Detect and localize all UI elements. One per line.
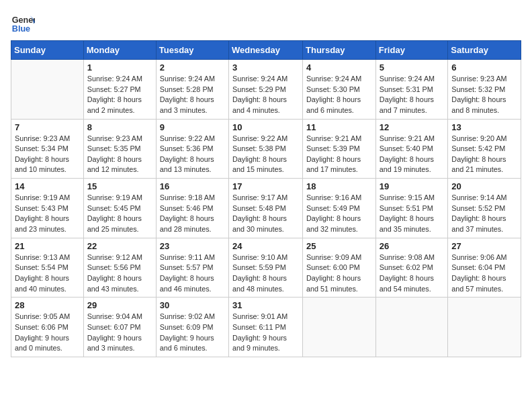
day-number: 12 xyxy=(380,122,445,132)
day-number: 30 xyxy=(160,300,225,310)
day-number: 5 xyxy=(380,62,445,73)
logo: General Blue xyxy=(11,11,38,35)
day-number: 26 xyxy=(380,241,445,251)
day-number: 1 xyxy=(87,62,152,73)
day-number: 23 xyxy=(160,241,225,251)
week-row-3: 14Sunrise: 9:19 AMSunset: 5:43 PMDayligh… xyxy=(11,179,521,238)
calendar-cell: 13Sunrise: 9:20 AMSunset: 5:42 PMDayligh… xyxy=(448,119,521,179)
day-number: 7 xyxy=(15,122,80,132)
day-number: 21 xyxy=(15,241,80,251)
calendar-cell: 18Sunrise: 9:16 AMSunset: 5:49 PMDayligh… xyxy=(303,179,376,238)
day-number: 13 xyxy=(451,122,517,132)
day-number: 4 xyxy=(306,62,372,73)
calendar-cell: 24Sunrise: 9:10 AMSunset: 5:59 PMDayligh… xyxy=(228,238,302,298)
week-row-5: 28Sunrise: 9:05 AMSunset: 6:06 PMDayligh… xyxy=(11,298,521,357)
day-info: Sunrise: 9:09 AMSunset: 6:00 PMDaylight:… xyxy=(306,253,372,295)
calendar-cell xyxy=(375,298,448,357)
calendar-cell: 2Sunrise: 9:24 AMSunset: 5:28 PMDaylight… xyxy=(156,60,228,120)
week-row-1: 1Sunrise: 9:24 AMSunset: 5:27 PMDaylight… xyxy=(11,60,521,120)
calendar-cell: 17Sunrise: 9:17 AMSunset: 5:48 PMDayligh… xyxy=(228,179,302,238)
calendar-cell: 8Sunrise: 9:23 AMSunset: 5:35 PMDaylight… xyxy=(83,119,156,179)
day-number: 10 xyxy=(232,122,299,132)
calendar-cell: 16Sunrise: 9:18 AMSunset: 5:46 PMDayligh… xyxy=(156,179,228,238)
calendar-cell: 5Sunrise: 9:24 AMSunset: 5:31 PMDaylight… xyxy=(375,60,448,120)
day-info: Sunrise: 9:04 AMSunset: 6:07 PMDaylight:… xyxy=(87,312,152,354)
day-number: 20 xyxy=(451,181,517,191)
calendar-cell: 23Sunrise: 9:11 AMSunset: 5:57 PMDayligh… xyxy=(156,238,228,298)
logo-icon: General Blue xyxy=(11,11,35,35)
day-info: Sunrise: 9:21 AMSunset: 5:40 PMDaylight:… xyxy=(380,134,445,176)
calendar-cell: 14Sunrise: 9:19 AMSunset: 5:43 PMDayligh… xyxy=(11,179,84,238)
day-number: 17 xyxy=(232,181,299,191)
day-info: Sunrise: 9:08 AMSunset: 6:02 PMDaylight:… xyxy=(380,253,445,295)
calendar-cell: 11Sunrise: 9:21 AMSunset: 5:39 PMDayligh… xyxy=(303,119,376,179)
day-number: 15 xyxy=(87,181,152,191)
day-number: 6 xyxy=(451,62,517,73)
day-number: 9 xyxy=(160,122,225,132)
day-info: Sunrise: 9:23 AMSunset: 5:34 PMDaylight:… xyxy=(15,134,80,176)
calendar-cell: 20Sunrise: 9:14 AMSunset: 5:52 PMDayligh… xyxy=(448,179,521,238)
day-info: Sunrise: 9:24 AMSunset: 5:28 PMDaylight:… xyxy=(160,74,225,116)
calendar-cell: 12Sunrise: 9:21 AMSunset: 5:40 PMDayligh… xyxy=(375,119,448,179)
day-number: 2 xyxy=(160,62,225,73)
calendar-cell: 25Sunrise: 9:09 AMSunset: 6:00 PMDayligh… xyxy=(303,238,376,298)
weekday-header-thursday: Thursday xyxy=(303,41,376,60)
day-number: 24 xyxy=(232,241,299,251)
calendar-cell: 3Sunrise: 9:24 AMSunset: 5:29 PMDaylight… xyxy=(228,60,302,120)
svg-text:Blue: Blue xyxy=(12,24,30,34)
calendar-cell xyxy=(11,60,84,120)
day-info: Sunrise: 9:13 AMSunset: 5:54 PMDaylight:… xyxy=(15,253,80,295)
calendar-cell: 10Sunrise: 9:22 AMSunset: 5:38 PMDayligh… xyxy=(228,119,302,179)
calendar-cell: 26Sunrise: 9:08 AMSunset: 6:02 PMDayligh… xyxy=(375,238,448,298)
day-info: Sunrise: 9:05 AMSunset: 6:06 PMDaylight:… xyxy=(15,312,80,354)
calendar-cell: 27Sunrise: 9:06 AMSunset: 6:04 PMDayligh… xyxy=(448,238,521,298)
day-number: 27 xyxy=(451,241,517,251)
day-number: 25 xyxy=(306,241,372,251)
weekday-header-friday: Friday xyxy=(375,41,448,60)
day-info: Sunrise: 9:23 AMSunset: 5:32 PMDaylight:… xyxy=(451,74,517,116)
page-header: General Blue xyxy=(11,11,521,35)
day-info: Sunrise: 9:06 AMSunset: 6:04 PMDaylight:… xyxy=(451,253,517,295)
day-number: 28 xyxy=(15,300,80,310)
calendar-table: SundayMondayTuesdayWednesdayThursdayFrid… xyxy=(11,40,521,357)
day-info: Sunrise: 9:02 AMSunset: 6:09 PMDaylight:… xyxy=(160,312,225,354)
calendar-cell: 6Sunrise: 9:23 AMSunset: 5:32 PMDaylight… xyxy=(448,60,521,120)
day-info: Sunrise: 9:17 AMSunset: 5:48 PMDaylight:… xyxy=(232,193,299,235)
calendar-cell: 7Sunrise: 9:23 AMSunset: 5:34 PMDaylight… xyxy=(11,119,84,179)
calendar-cell: 4Sunrise: 9:24 AMSunset: 5:30 PMDaylight… xyxy=(303,60,376,120)
day-number: 14 xyxy=(15,181,80,191)
calendar-cell: 30Sunrise: 9:02 AMSunset: 6:09 PMDayligh… xyxy=(156,298,228,357)
calendar-cell: 9Sunrise: 9:22 AMSunset: 5:36 PMDaylight… xyxy=(156,119,228,179)
day-number: 19 xyxy=(380,181,445,191)
day-info: Sunrise: 9:14 AMSunset: 5:52 PMDaylight:… xyxy=(451,193,517,235)
day-info: Sunrise: 9:19 AMSunset: 5:43 PMDaylight:… xyxy=(15,193,80,235)
calendar-cell: 31Sunrise: 9:01 AMSunset: 6:11 PMDayligh… xyxy=(228,298,302,357)
calendar-cell: 19Sunrise: 9:15 AMSunset: 5:51 PMDayligh… xyxy=(375,179,448,238)
day-number: 31 xyxy=(232,300,299,310)
day-number: 8 xyxy=(87,122,152,132)
weekday-header-wednesday: Wednesday xyxy=(228,41,302,60)
day-info: Sunrise: 9:24 AMSunset: 5:27 PMDaylight:… xyxy=(87,74,152,116)
calendar-header: SundayMondayTuesdayWednesdayThursdayFrid… xyxy=(11,41,521,60)
day-info: Sunrise: 9:20 AMSunset: 5:42 PMDaylight:… xyxy=(451,134,517,176)
day-number: 18 xyxy=(306,181,372,191)
calendar-cell: 1Sunrise: 9:24 AMSunset: 5:27 PMDaylight… xyxy=(83,60,156,120)
weekday-header-sunday: Sunday xyxy=(11,41,84,60)
day-info: Sunrise: 9:10 AMSunset: 5:59 PMDaylight:… xyxy=(232,253,299,295)
day-info: Sunrise: 9:12 AMSunset: 5:56 PMDaylight:… xyxy=(87,253,152,295)
day-info: Sunrise: 9:01 AMSunset: 6:11 PMDaylight:… xyxy=(232,312,299,354)
day-info: Sunrise: 9:24 AMSunset: 5:29 PMDaylight:… xyxy=(232,74,299,116)
calendar-cell: 28Sunrise: 9:05 AMSunset: 6:06 PMDayligh… xyxy=(11,298,84,357)
day-info: Sunrise: 9:22 AMSunset: 5:36 PMDaylight:… xyxy=(160,134,225,176)
day-info: Sunrise: 9:16 AMSunset: 5:49 PMDaylight:… xyxy=(306,193,372,235)
weekday-header-tuesday: Tuesday xyxy=(156,41,228,60)
day-number: 16 xyxy=(160,181,225,191)
calendar-cell xyxy=(303,298,376,357)
day-info: Sunrise: 9:15 AMSunset: 5:51 PMDaylight:… xyxy=(380,193,445,235)
day-info: Sunrise: 9:21 AMSunset: 5:39 PMDaylight:… xyxy=(306,134,372,176)
day-number: 29 xyxy=(87,300,152,310)
calendar-cell: 29Sunrise: 9:04 AMSunset: 6:07 PMDayligh… xyxy=(83,298,156,357)
week-row-2: 7Sunrise: 9:23 AMSunset: 5:34 PMDaylight… xyxy=(11,119,521,179)
weekday-header-monday: Monday xyxy=(83,41,156,60)
calendar-cell xyxy=(448,298,521,357)
